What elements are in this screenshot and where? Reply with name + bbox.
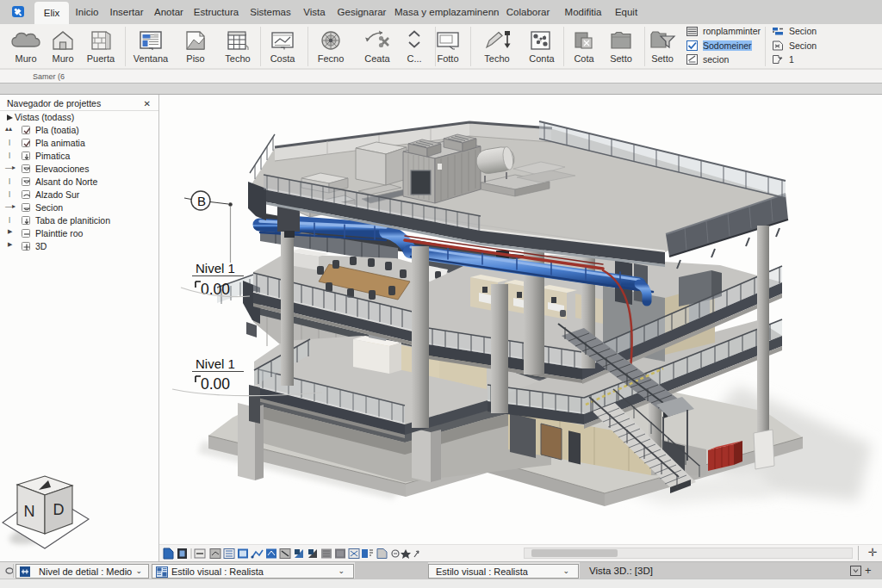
svg-text:Nivel 1: Nivel 1: [196, 261, 235, 275]
svg-text:Nivel 1: Nivel 1: [196, 356, 235, 371]
svg-text:N: N: [24, 503, 35, 520]
svg-text:0.00: 0.00: [201, 375, 230, 393]
svg-text:D: D: [53, 501, 65, 518]
svg-text:B: B: [197, 194, 206, 208]
